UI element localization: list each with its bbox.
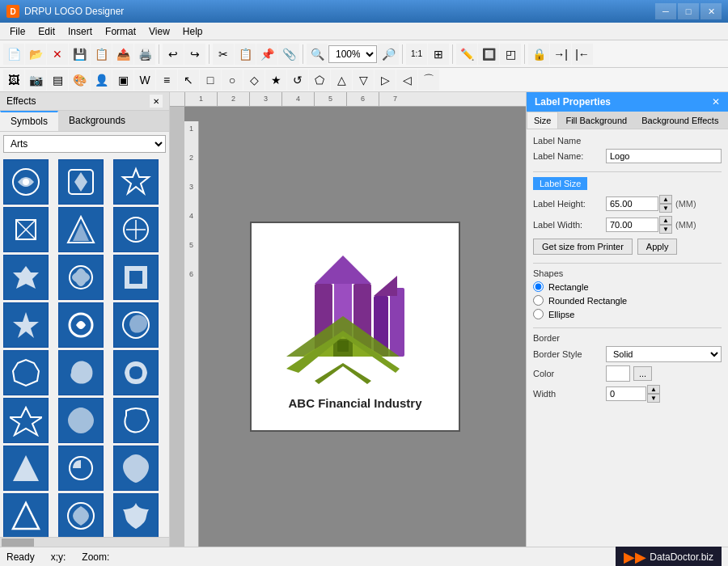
right-triangle[interactable]: ▷ xyxy=(375,70,396,91)
align-button[interactable]: |← xyxy=(572,44,593,65)
tab-symbols[interactable]: Symbols xyxy=(0,111,58,131)
symbol-item[interactable] xyxy=(113,159,159,205)
print-button[interactable]: 🖨️ xyxy=(134,44,155,65)
symbol-item[interactable] xyxy=(113,255,159,300)
label-width-input[interactable] xyxy=(606,218,658,232)
effects-close[interactable]: ✕ xyxy=(150,95,163,108)
shape-rectangle-radio[interactable] xyxy=(533,281,544,292)
border-width-down[interactable]: ▼ xyxy=(647,394,660,403)
border-color-box[interactable] xyxy=(606,365,630,382)
symbol-item[interactable] xyxy=(58,207,104,252)
label-height-input[interactable] xyxy=(606,196,658,211)
save-button[interactable]: 💾 xyxy=(69,44,90,65)
paste-special-button[interactable]: 📎 xyxy=(278,44,299,65)
zoom-out-button[interactable]: 🔎 xyxy=(378,44,399,65)
symbol-item[interactable] xyxy=(3,350,49,395)
symbol-item[interactable] xyxy=(113,302,159,348)
maximize-button[interactable]: □ xyxy=(678,3,699,19)
symbol-item[interactable] xyxy=(113,207,159,252)
tool1-button[interactable]: 🔲 xyxy=(478,44,499,65)
copy-button[interactable]: 📋 xyxy=(235,44,256,65)
symbol-item[interactable] xyxy=(3,255,49,300)
symbol-item[interactable] xyxy=(58,350,104,395)
symbol-item[interactable] xyxy=(113,446,159,491)
redo-button[interactable]: ↪ xyxy=(184,44,205,65)
symbol-item[interactable] xyxy=(58,398,104,443)
symbol-item[interactable] xyxy=(58,159,104,205)
tool2-button[interactable]: ◰ xyxy=(500,44,521,65)
select-button[interactable]: ▣ xyxy=(112,70,133,91)
ratio-button[interactable]: 1:1 xyxy=(406,44,427,65)
save-as-button[interactable]: 📋 xyxy=(91,44,112,65)
user-button[interactable]: 👤 xyxy=(91,70,112,91)
tab-fill-background[interactable]: Fill Background xyxy=(558,112,634,129)
cut-button[interactable]: ✂ xyxy=(213,44,234,65)
symbol-item[interactable] xyxy=(58,302,104,348)
symbol-item[interactable] xyxy=(3,398,49,443)
minimize-button[interactable]: ─ xyxy=(655,3,676,19)
tab-backgrounds[interactable]: Backgrounds xyxy=(58,111,136,131)
symbol-item[interactable] xyxy=(3,493,49,537)
zoom-in-button[interactable]: 🔍 xyxy=(307,44,328,65)
category-dropdown[interactable]: Arts Animals Flowers Nature Sports xyxy=(3,135,166,153)
border-style-select[interactable]: Solid Dashed Dotted Double xyxy=(606,346,722,362)
paste-button[interactable]: 📌 xyxy=(256,44,277,65)
down-triangle[interactable]: ▽ xyxy=(353,70,374,91)
polygon-tool[interactable]: ⬠ xyxy=(309,70,330,91)
menu-view[interactable]: View xyxy=(142,24,176,39)
close-button[interactable]: ✕ xyxy=(47,44,68,65)
symbol-item[interactable] xyxy=(58,493,104,537)
clipart-button[interactable]: 🎨 xyxy=(69,70,90,91)
border-width-up[interactable]: ▲ xyxy=(647,385,660,394)
left-triangle[interactable]: ◁ xyxy=(396,70,417,91)
menu-file[interactable]: File xyxy=(3,24,32,39)
lock-button[interactable]: 🔒 xyxy=(528,44,549,65)
menu-format[interactable]: Format xyxy=(99,24,142,39)
triangle-tool[interactable]: △ xyxy=(331,70,352,91)
undo2-button[interactable]: ↺ xyxy=(287,70,308,91)
barcode-button[interactable]: ≡ xyxy=(156,70,177,91)
diamond-tool[interactable]: ◇ xyxy=(243,70,265,91)
menu-help[interactable]: Help xyxy=(176,24,210,39)
symbol-item[interactable] xyxy=(58,446,104,491)
symbol-item[interactable] xyxy=(3,207,49,252)
canvas-work[interactable]: 1 2 3 4 5 6 xyxy=(184,107,526,547)
label-width-up[interactable]: ▲ xyxy=(659,216,672,225)
panel-close[interactable]: ✕ xyxy=(712,96,720,108)
camera-button[interactable]: 📷 xyxy=(25,70,46,91)
curve-tool[interactable]: ⌒ xyxy=(418,70,439,91)
border-width-input[interactable] xyxy=(606,386,646,401)
edit-text-button[interactable]: ✏️ xyxy=(456,44,477,65)
menu-insert[interactable]: Insert xyxy=(61,24,99,39)
label-canvas[interactable]: ABC Financial Industry xyxy=(250,222,460,432)
label-width-down[interactable]: ▼ xyxy=(659,225,672,234)
wordart-button[interactable]: W xyxy=(134,70,155,91)
symbol-item[interactable] xyxy=(3,159,49,205)
undo-button[interactable]: ↩ xyxy=(163,44,184,65)
tab-background-effects[interactable]: Background Effects xyxy=(634,112,726,129)
symbol-item[interactable] xyxy=(113,350,159,395)
get-size-button[interactable]: Get size from Printer xyxy=(533,239,633,255)
symbol-item[interactable] xyxy=(58,255,104,300)
export-button[interactable]: 📤 xyxy=(112,44,133,65)
close-button[interactable]: ✕ xyxy=(700,3,722,19)
label-height-down[interactable]: ▼ xyxy=(659,204,672,213)
grid-button[interactable]: ⊞ xyxy=(428,44,449,65)
layers-button[interactable]: ▤ xyxy=(47,70,68,91)
symbol-item[interactable] xyxy=(3,302,49,348)
symbol-item[interactable] xyxy=(113,493,159,537)
label-name-input[interactable] xyxy=(606,149,722,163)
border-color-btn[interactable]: ... xyxy=(633,366,652,381)
rect-tool[interactable]: □ xyxy=(200,70,221,91)
shape-rounded-radio[interactable] xyxy=(533,295,544,306)
symbol-item[interactable] xyxy=(3,446,49,491)
open-button[interactable]: 📂 xyxy=(25,44,46,65)
arrange-button[interactable]: →| xyxy=(550,44,571,65)
symbol-item[interactable] xyxy=(113,398,159,443)
zoom-select[interactable]: 100% 75% 50% 150% 200% xyxy=(328,45,377,63)
star-tool[interactable]: ★ xyxy=(265,70,286,91)
ellipse-tool[interactable]: ○ xyxy=(222,70,243,91)
menu-edit[interactable]: Edit xyxy=(32,24,61,39)
import-image-button[interactable]: 🖼 xyxy=(3,70,24,91)
arrow-tool[interactable]: ↖ xyxy=(178,70,199,91)
